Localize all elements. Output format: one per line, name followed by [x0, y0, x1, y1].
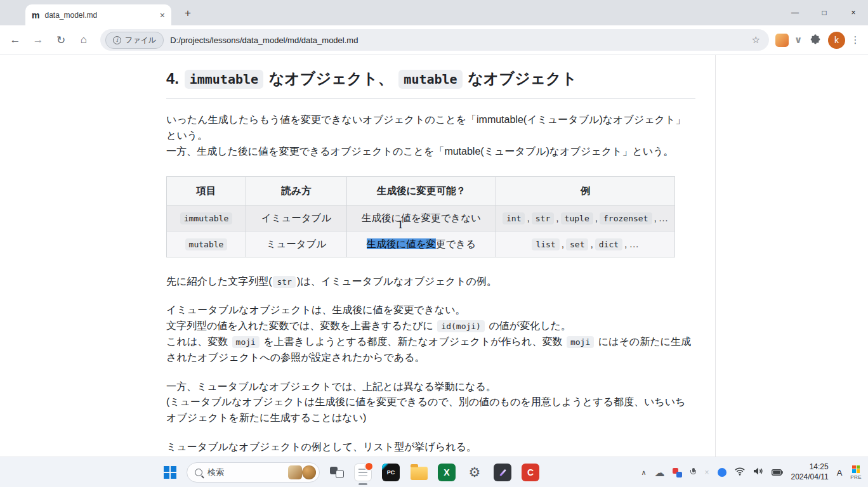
- ime-indicator[interactable]: A: [837, 468, 843, 477]
- window-controls: — □ ×: [780, 0, 868, 25]
- url-scheme-chip[interactable]: i ファイル: [105, 32, 164, 49]
- excel-icon: X: [444, 467, 449, 477]
- address-bar[interactable]: i ファイル D:/projects/lessons/data_model/md…: [100, 29, 769, 51]
- bookmark-star-icon[interactable]: ☆: [752, 34, 760, 46]
- task-view-button[interactable]: [330, 465, 344, 479]
- preview-badge: PRE: [850, 465, 862, 480]
- search-highlight-image[interactable]: [288, 465, 302, 479]
- taskbar-search[interactable]: 検索: [187, 462, 320, 483]
- url-text: D:/projects/lessons/data_model/md/data_m…: [170, 36, 358, 45]
- window-close-button[interactable]: ×: [839, 0, 868, 25]
- inline-code-moji: moji: [567, 336, 594, 348]
- tab-close-icon[interactable]: ×: [160, 10, 165, 20]
- pen-icon: [499, 469, 506, 476]
- explorer-app-button[interactable]: [410, 464, 428, 481]
- browser-tab[interactable]: m data_model.md ×: [25, 4, 171, 25]
- tray-app-icon[interactable]: [673, 468, 682, 477]
- code-chip: str: [532, 212, 554, 224]
- cell-examples: list,set,dict,…: [496, 231, 675, 257]
- windows-logo-icon: [852, 465, 860, 473]
- taskbar-clock[interactable]: 14:25 2024/04/11: [791, 462, 829, 482]
- paragraph-text: を上書きしようとする都度、新たなオブジェクトが作られ、変数: [261, 336, 565, 347]
- str-example-paragraph: 先に紹介した文字列型(str)は、イミュータブルなオブジェクトの例。: [166, 274, 695, 290]
- cast-disabled-icon[interactable]: ×: [704, 468, 709, 477]
- home-button[interactable]: ⌂: [74, 30, 94, 50]
- col-header-reading: 読み方: [246, 176, 347, 205]
- search-reward-icon[interactable]: [302, 465, 316, 479]
- extensions-puzzle-icon[interactable]: [808, 34, 823, 46]
- col-header-item: 項目: [167, 176, 246, 205]
- col-header-mutability: 生成後に変更可能？: [347, 176, 496, 205]
- code-chip: int: [503, 212, 525, 224]
- code-chip: mutable: [185, 238, 228, 250]
- paragraph-text: の値が変化した。: [486, 320, 571, 331]
- c-app-button[interactable]: C: [522, 464, 539, 481]
- inline-code-moji: moji: [232, 336, 260, 348]
- extension-icon-v[interactable]: ∨: [791, 34, 805, 46]
- paragraph-line: 文字列型の値を入れた変数では、変数を上書きするたびに id(moji) の値が変…: [166, 318, 695, 334]
- tab-strip: m data_model.md × + — □ ×: [0, 0, 868, 25]
- extension-icon-orange[interactable]: [775, 34, 789, 47]
- volume-icon[interactable]: [753, 467, 763, 478]
- page-content: 4. immutable なオブジェクト、 mutable なオブジェクト いっ…: [0, 55, 868, 457]
- settings-app-button[interactable]: ⚙: [466, 464, 483, 481]
- preview-label: PRE: [850, 474, 862, 480]
- code-chip: immutable: [180, 212, 232, 224]
- windows-taskbar: 検索 PC X ⚙: [0, 457, 868, 487]
- paragraph-line: これは、変数 moji を上書きしようとする都度、新たなオブジェクトが作られ、変…: [166, 334, 695, 366]
- onedrive-cloud-icon[interactable]: ☁: [654, 467, 664, 479]
- separator: ,: [654, 212, 657, 223]
- paragraph-text: 文字列型の値を入れた変数では、変数を上書きするたびに: [166, 320, 436, 331]
- window-minimize-button[interactable]: —: [780, 0, 810, 25]
- pycharm-app-button[interactable]: PC: [382, 464, 400, 481]
- immutable-mutable-table: 項目 読み方 生成後に変更可能？ 例 immutable イミュータブル 生成後…: [166, 176, 675, 257]
- inline-code-str: str: [273, 276, 295, 288]
- c-app-icon: C: [527, 467, 534, 477]
- window-maximize-button[interactable]: □: [810, 0, 839, 25]
- gear-icon: ⚙: [469, 465, 481, 480]
- separator: ,: [595, 212, 598, 223]
- heading-text: なオブジェクト、: [265, 70, 397, 87]
- list-example-paragraph: ミュータブルなオブジェクトの例として、リスト型が挙げられる。 以下では、リストを…: [166, 439, 695, 457]
- paragraph-line: イミュータブルなオブジェクトは、生成後に値を変更できない。: [166, 302, 695, 318]
- paragraph-line: いったん生成したらもう値を変更できないオブジェクトのことを「immutable(…: [166, 112, 695, 144]
- inline-code-id-moji: id(moji): [437, 320, 485, 332]
- cell-mutability: 生成後に値を変更できる: [347, 231, 496, 257]
- cell-reading: イミュータブル: [246, 205, 347, 231]
- pycharm-icon: PC: [387, 469, 395, 476]
- pen-app-button[interactable]: [494, 464, 511, 481]
- microphone-icon[interactable]: [690, 468, 696, 477]
- table-row-mutable: mutable ミュータブル 生成後に値を変更できる list,set,dict…: [167, 231, 675, 257]
- wifi-icon[interactable]: [735, 467, 745, 478]
- cell-examples: int,str,tuple,frozenset,…: [496, 205, 675, 231]
- excel-app-button[interactable]: X: [438, 464, 456, 481]
- time-label: 14:25: [791, 462, 829, 472]
- battery-icon[interactable]: [772, 467, 783, 478]
- tray-chevron-up-icon[interactable]: ∧: [641, 469, 646, 477]
- start-button[interactable]: [164, 466, 176, 479]
- mouse-text-cursor-icon: I: [398, 219, 402, 231]
- table-row-immutable: immutable イミュータブル 生成後に値を変更できない int,str,t…: [167, 205, 675, 231]
- cell-reading: ミュータブル: [246, 231, 347, 257]
- col-header-examples: 例: [496, 176, 675, 205]
- blue-status-icon[interactable]: [718, 468, 727, 477]
- back-button[interactable]: ←: [5, 30, 25, 50]
- forward-button[interactable]: →: [28, 30, 48, 50]
- code-chip: list: [532, 238, 559, 250]
- separator: ,: [556, 212, 558, 223]
- mutable-behavior-paragraph: 一方、ミュータブルなオブジェクトでは、上記とは異なる挙動になる。 (ミュータブル…: [166, 379, 695, 426]
- browser-toolbar: ← → ↻ ⌂ i ファイル D:/projects/lessons/data_…: [0, 25, 868, 55]
- date-label: 2024/04/11: [791, 472, 829, 483]
- paragraph-line: 一方、生成した後に値を変更できるオブジェクトのことを「mutable(ミュータブ…: [166, 144, 695, 160]
- desktop-screen: m data_model.md × + — □ × ← → ↻ ⌂ i ファイル…: [0, 0, 868, 487]
- profile-avatar[interactable]: k: [828, 32, 845, 49]
- notification-badge: [364, 462, 374, 471]
- browser-menu-icon[interactable]: ⋮: [848, 34, 863, 46]
- reload-button[interactable]: ↻: [51, 30, 71, 50]
- paragraph-line: ミュータブルなオブジェクトの例として、リスト型が挙げられる。: [166, 439, 695, 455]
- heading-code-mutable: mutable: [398, 70, 462, 89]
- separator: ,: [562, 238, 564, 249]
- separator: ,: [590, 238, 593, 249]
- new-tab-button[interactable]: +: [180, 6, 195, 21]
- markdown-app-button[interactable]: [354, 464, 372, 481]
